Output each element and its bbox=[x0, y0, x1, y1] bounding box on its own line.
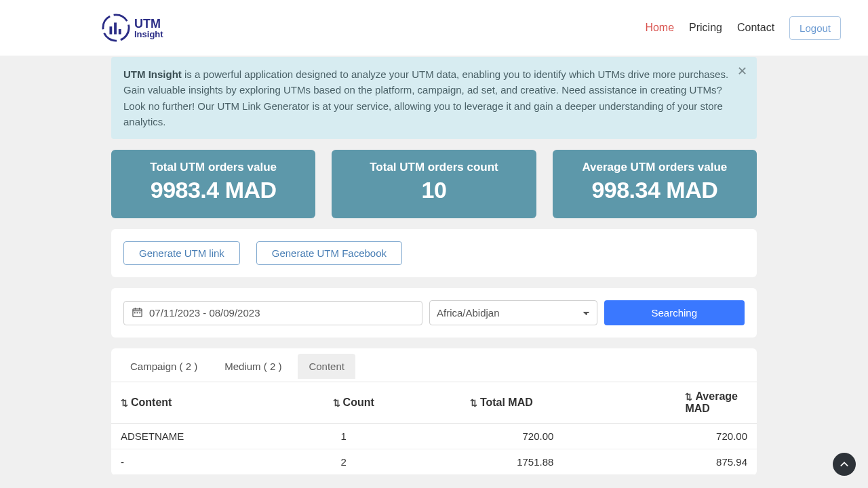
info-alert: UTM Insight is a powerful application de… bbox=[111, 57, 757, 139]
chevron-up-icon bbox=[840, 460, 849, 469]
cell-content: - bbox=[111, 449, 292, 475]
svg-rect-8 bbox=[134, 312, 136, 313]
logo-text-main: UTM bbox=[134, 18, 163, 30]
nav-home[interactable]: Home bbox=[645, 22, 674, 34]
stat-title: Total UTM orders value bbox=[118, 161, 309, 174]
cell-total: 1751.88 bbox=[395, 449, 564, 475]
stat-value: 998.34 MAD bbox=[559, 177, 750, 203]
logo-text: UTM Insight bbox=[134, 18, 163, 39]
stats-row: Total UTM orders value 9983.4 MAD Total … bbox=[111, 150, 757, 218]
cell-total: 720.00 bbox=[395, 424, 564, 449]
brand-logo: UTM Insight bbox=[102, 14, 163, 42]
stat-total-count: Total UTM orders count 10 bbox=[332, 150, 536, 218]
nav-contact[interactable]: Contact bbox=[737, 22, 774, 34]
stat-title: Average UTM orders value bbox=[559, 161, 750, 174]
cell-avg: 875.94 bbox=[563, 449, 757, 475]
alert-title: UTM Insight bbox=[123, 68, 182, 80]
svg-rect-10 bbox=[139, 312, 140, 313]
stat-value: 9983.4 MAD bbox=[118, 177, 309, 203]
tab-medium[interactable]: Medium ( 2 ) bbox=[214, 354, 292, 379]
generate-utm-link-button[interactable]: Generate UTM link bbox=[123, 241, 240, 265]
scroll-to-top-button[interactable] bbox=[833, 453, 856, 475]
timezone-select[interactable]: Africa/Abidjan bbox=[429, 300, 597, 325]
nav-pricing[interactable]: Pricing bbox=[689, 22, 722, 34]
svg-rect-7 bbox=[139, 307, 140, 309]
sort-icon: ⇅ bbox=[685, 392, 692, 402]
svg-rect-6 bbox=[135, 307, 136, 309]
logo-text-sub: Insight bbox=[134, 30, 163, 39]
close-icon[interactable]: ✕ bbox=[737, 64, 747, 79]
logout-button[interactable]: Logout bbox=[789, 16, 841, 40]
search-button[interactable]: Searching bbox=[604, 300, 745, 325]
cell-count: 1 bbox=[292, 424, 395, 449]
table-row: ADSETNAME 1 720.00 720.00 bbox=[111, 424, 757, 449]
nav-links: Home Pricing Contact Logout bbox=[645, 16, 841, 40]
results-panel: Campaign ( 2 ) Medium ( 2 ) Content ⇅Con… bbox=[111, 348, 757, 475]
alert-body: is a powerful application designed to an… bbox=[123, 68, 728, 127]
date-range-value: 07/11/2023 - 08/09/2023 bbox=[149, 307, 260, 319]
svg-rect-2 bbox=[114, 22, 117, 34]
sort-icon: ⇅ bbox=[121, 398, 128, 408]
date-range-input[interactable]: 07/11/2023 - 08/09/2023 bbox=[123, 301, 422, 325]
cell-content: ADSETNAME bbox=[111, 424, 292, 449]
tab-campaign[interactable]: Campaign ( 2 ) bbox=[119, 354, 208, 379]
cell-count: 2 bbox=[292, 449, 395, 475]
sort-icon: ⇅ bbox=[333, 398, 340, 408]
svg-rect-3 bbox=[119, 29, 121, 35]
calendar-icon bbox=[132, 307, 142, 319]
col-count[interactable]: ⇅Count bbox=[292, 382, 395, 424]
col-total[interactable]: ⇅Total MAD bbox=[395, 382, 564, 424]
stat-title: Total UTM orders count bbox=[338, 161, 529, 174]
col-avg[interactable]: ⇅Average MAD bbox=[563, 382, 757, 424]
svg-rect-1 bbox=[109, 26, 112, 34]
tab-content[interactable]: Content bbox=[298, 354, 355, 379]
logo-icon bbox=[102, 14, 130, 42]
col-content[interactable]: ⇅Content bbox=[111, 382, 292, 424]
results-table: ⇅Content ⇅Count ⇅Total MAD ⇅Average MAD … bbox=[111, 382, 757, 475]
tabs: Campaign ( 2 ) Medium ( 2 ) Content bbox=[111, 348, 757, 379]
search-panel: 07/11/2023 - 08/09/2023 Africa/Abidjan S… bbox=[111, 288, 757, 338]
sort-icon: ⇅ bbox=[470, 398, 477, 408]
stat-value: 10 bbox=[338, 177, 529, 203]
stat-avg-value: Average UTM orders value 998.34 MAD bbox=[553, 150, 757, 218]
top-navbar: UTM Insight Home Pricing Contact Logout bbox=[0, 0, 868, 56]
table-row: - 2 1751.88 875.94 bbox=[111, 449, 757, 475]
svg-rect-9 bbox=[137, 312, 138, 313]
stat-total-value: Total UTM orders value 9983.4 MAD bbox=[111, 150, 315, 218]
generator-panel: Generate UTM link Generate UTM Facebook bbox=[111, 229, 757, 277]
generate-utm-facebook-button[interactable]: Generate UTM Facebook bbox=[256, 241, 402, 265]
cell-avg: 720.00 bbox=[563, 424, 757, 449]
